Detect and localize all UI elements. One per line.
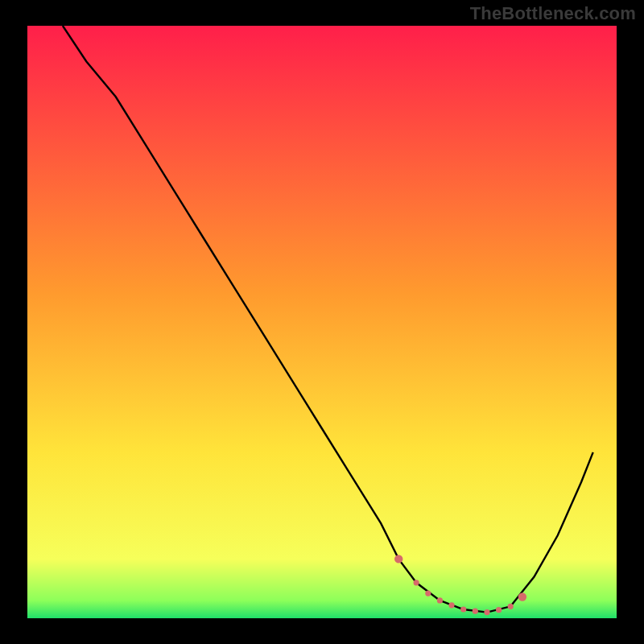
marker-dot (448, 602, 454, 608)
marker-dot (508, 604, 514, 609)
marker-dot (496, 607, 502, 613)
marker-dot (484, 609, 489, 615)
marker-dot (473, 609, 478, 614)
marker-dot (460, 606, 466, 612)
plot-area (27, 26, 617, 618)
chart-container: TheBottleneck.com (0, 0, 644, 644)
watermark-text: TheBottleneck.com (470, 3, 636, 24)
marker-dot (425, 591, 431, 597)
marker-dot (437, 597, 443, 603)
marker-dot (518, 592, 526, 601)
marker-dot (394, 555, 402, 563)
bottleneck-chart (0, 0, 644, 644)
marker-dot (414, 580, 419, 585)
